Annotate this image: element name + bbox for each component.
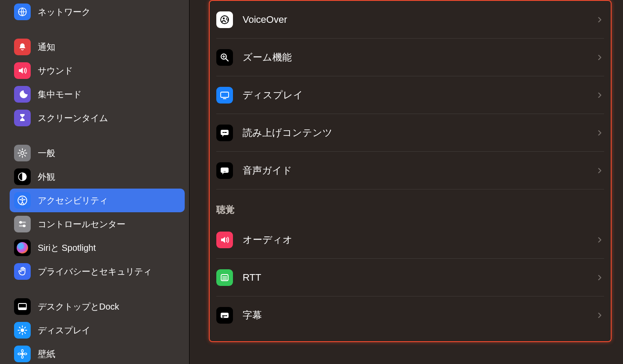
moon-icon	[14, 86, 31, 103]
magnifier-icon	[216, 49, 233, 66]
voiceover-icon	[216, 11, 233, 28]
sidebar-item-label: 集中モード	[38, 89, 82, 100]
sidebar-item-screentime[interactable]: スクリーンタイム	[10, 106, 185, 130]
row-captions[interactable]: 字幕	[216, 296, 604, 334]
row-spoken[interactable]: 読み上げコンテンツ	[216, 114, 604, 152]
sidebar-item-label: Siriと Spotlight	[38, 242, 96, 254]
chevron-right-icon	[595, 273, 604, 282]
section-header: 聴覚	[216, 189, 604, 221]
chevron-right-icon	[595, 166, 604, 175]
row-label: オーディオ	[243, 233, 595, 246]
sidebar-item-siri[interactable]: Siriと Spotlight	[10, 236, 185, 260]
captions-icon	[216, 307, 233, 324]
bell-icon	[14, 39, 31, 55]
sidebar-item-notifications[interactable]: 通知	[10, 35, 185, 59]
sidebar-item-focus[interactable]: 集中モード	[10, 82, 185, 106]
sidebar-spacer	[10, 24, 185, 35]
chevron-right-icon	[595, 128, 604, 137]
sidebar-item-privacy[interactable]: プライバシーとセキュリティ	[10, 260, 185, 283]
sidebar-item-sound[interactable]: サウンド	[10, 59, 185, 82]
row-label: ディスプレイ	[243, 89, 595, 102]
flower-icon	[14, 346, 31, 362]
speech-icon	[216, 125, 233, 141]
sidebar-item-controlcenter[interactable]: コントロールセンター	[10, 212, 185, 236]
audiodesc-icon	[216, 162, 233, 179]
sidebar-item-label: 外観	[38, 171, 55, 183]
contrast-icon	[14, 168, 31, 185]
chevron-right-icon	[595, 311, 604, 320]
row-label: 音声ガイド	[243, 164, 595, 177]
sidebar-item-wallpaper[interactable]: 壁紙	[10, 342, 185, 364]
switches-icon	[14, 216, 31, 232]
speaker-icon	[216, 232, 233, 248]
row-label: ズーム機能	[243, 51, 595, 64]
sidebar-item-appearance[interactable]: 外観	[10, 165, 185, 189]
chevron-right-icon	[595, 15, 604, 24]
sidebar-item-label: ネットワーク	[38, 6, 90, 18]
row-label: VoiceOver	[243, 14, 595, 25]
rtt-icon	[216, 269, 233, 286]
sidebar-item-accessibility[interactable]: アクセシビリティ	[10, 189, 185, 212]
row-rtt[interactable]: RTT	[216, 259, 604, 296]
row-audio[interactable]: オーディオ	[216, 221, 604, 259]
speaker-icon	[14, 62, 31, 79]
monitor-icon	[216, 87, 233, 103]
sidebar-item-label: サウンド	[38, 65, 73, 77]
hand-icon	[14, 263, 31, 280]
chevron-right-icon	[595, 91, 604, 100]
sidebar-item-general[interactable]: 一般	[10, 141, 185, 165]
row-label: 読み上げコンテンツ	[243, 126, 595, 139]
sidebar-item-label: コントロールセンター	[38, 218, 125, 230]
sidebar-spacer	[10, 130, 185, 141]
sidebar-item-label: 壁紙	[38, 348, 55, 360]
row-label: 字幕	[243, 309, 595, 322]
globe-icon	[14, 4, 31, 20]
hourglass-icon	[14, 110, 31, 126]
sidebar-item-display[interactable]: ディスプレイ	[10, 318, 185, 342]
sidebar-item-label: 一般	[38, 147, 55, 159]
row-zoom[interactable]: ズーム機能	[216, 39, 604, 76]
brightness-icon	[14, 322, 31, 339]
chevron-right-icon	[595, 53, 604, 62]
row-audiodesc[interactable]: 音声ガイド	[216, 152, 604, 189]
sidebar-item-label: ディスプレイ	[38, 325, 90, 336]
sidebar-item-label: プライバシーとセキュリティ	[38, 266, 152, 278]
sidebar-item-desktop[interactable]: デスクトップとDock	[10, 295, 185, 318]
sidebar-item-label: アクセシビリティ	[38, 195, 108, 207]
sidebar-item-label: 通知	[38, 41, 55, 53]
sidebar-spacer	[10, 283, 185, 295]
sidebar-item-label: デスクトップとDock	[38, 301, 119, 313]
row-voiceover[interactable]: VoiceOver	[216, 1, 604, 39]
sidebar-item-label: スクリーンタイム	[38, 112, 108, 124]
sidebar: ネットワーク通知サウンド集中モードスクリーンタイム一般外観アクセシビリティコント…	[0, 0, 190, 364]
chevron-right-icon	[595, 236, 604, 244]
sidebar-item-network[interactable]: ネットワーク	[10, 0, 185, 24]
main-panel: VoiceOverズーム機能ディスプレイ読み上げコンテンツ音声ガイド聴覚オーディ…	[190, 0, 623, 364]
row-label: RTT	[243, 272, 595, 283]
accessibility-icon	[14, 192, 31, 209]
accessibility-panel: VoiceOverズーム機能ディスプレイ読み上げコンテンツ音声ガイド聴覚オーディ…	[209, 0, 612, 342]
dock-icon	[14, 298, 31, 315]
row-display[interactable]: ディスプレイ	[216, 76, 604, 114]
gear-icon	[14, 145, 31, 161]
siri-icon	[14, 239, 31, 256]
